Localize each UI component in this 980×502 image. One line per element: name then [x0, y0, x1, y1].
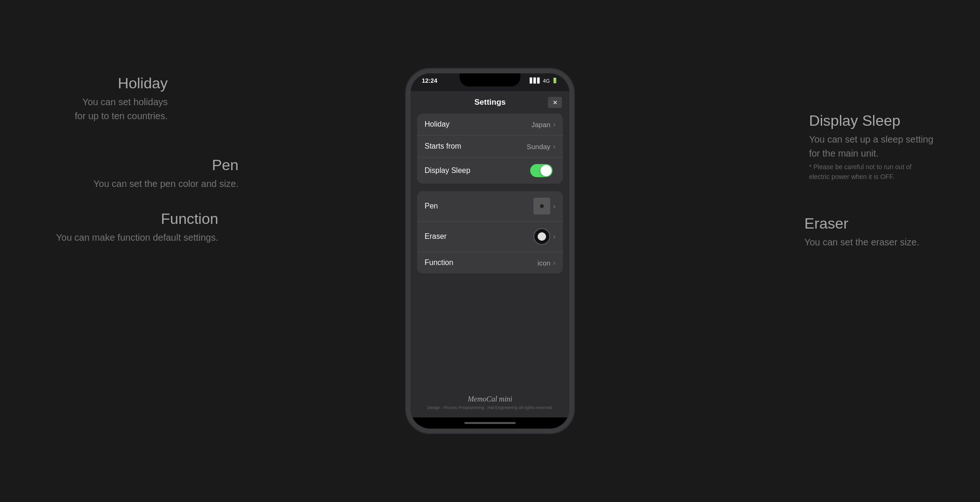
- function-chevron-icon: ›: [553, 259, 555, 266]
- starts-from-value: Sunday: [526, 143, 550, 151]
- phone-screen: Settings ✕ Holiday Japan › Starts from S…: [411, 91, 569, 417]
- starts-from-chevron-icon: ›: [553, 143, 555, 150]
- toggle-knob: [540, 165, 552, 176]
- function-annotation-title: Function: [56, 210, 218, 228]
- holiday-annotation: Holiday You can set holidays for up to t…: [75, 75, 168, 123]
- display-sleep-annotation-body: You can set up a sleep setting for the m…: [809, 132, 933, 160]
- eraser-label: Eraser: [425, 232, 533, 241]
- settings-header: Settings ✕: [411, 91, 569, 114]
- display-sleep-annotation: Display Sleep You can set up a sleep set…: [809, 112, 933, 182]
- status-bar: 12:24 ▋▋▋ 4G 🔋: [411, 73, 569, 84]
- signal-type: 4G: [543, 78, 550, 84]
- eraser-icon-box: [533, 228, 550, 245]
- phone-footer: MemoCal mini Design : Piusryu Programmin…: [411, 387, 569, 417]
- eraser-annotation-title: Eraser: [804, 215, 919, 232]
- function-annotation-body: You can make function default settings.: [56, 230, 218, 244]
- home-indicator-area: [411, 417, 569, 429]
- pen-chevron-icon: ›: [553, 202, 555, 210]
- display-sleep-toggle[interactable]: [530, 164, 553, 177]
- pen-label: Pen: [425, 202, 533, 210]
- starts-from-row[interactable]: Starts from Sunday ›: [417, 136, 563, 158]
- eraser-chevron-icon: ›: [553, 233, 555, 240]
- phone-mockup: 12:24 ▋▋▋ 4G 🔋 Settings ✕ Holiday Japan …: [406, 69, 574, 433]
- settings-title: Settings: [474, 98, 505, 107]
- eraser-row[interactable]: Eraser ›: [417, 222, 563, 252]
- eraser-annotation: Eraser You can set the eraser size.: [804, 215, 919, 249]
- holiday-annotation-title: Holiday: [75, 75, 168, 92]
- pen-annotation: Pen You can set the pen color and size.: [93, 157, 239, 191]
- settings-content: Holiday Japan › Starts from Sunday › Dis…: [411, 114, 569, 387]
- tools-section: Pen › Eraser › Function: [417, 191, 563, 273]
- display-sleep-annotation-title: Display Sleep: [809, 112, 933, 129]
- pen-icon-box: [533, 198, 550, 215]
- display-sleep-annotation-note: * Please be careful not to run out of el…: [809, 162, 933, 182]
- battery-icon: 🔋: [552, 78, 558, 84]
- pen-row[interactable]: Pen ›: [417, 191, 563, 222]
- status-time: 12:24: [422, 77, 437, 84]
- pen-annotation-title: Pen: [93, 157, 239, 174]
- general-section: Holiday Japan › Starts from Sunday › Dis…: [417, 114, 563, 184]
- home-bar: [464, 422, 516, 424]
- display-sleep-row[interactable]: Display Sleep: [417, 158, 563, 184]
- app-name: MemoCal mini: [418, 395, 562, 403]
- function-value: icon: [538, 259, 551, 267]
- eraser-dot: [538, 232, 546, 241]
- close-button[interactable]: ✕: [548, 97, 562, 108]
- holiday-chevron-icon: ›: [553, 121, 555, 128]
- starts-from-label: Starts from: [425, 142, 526, 151]
- eraser-annotation-body: You can set the eraser size.: [804, 235, 919, 249]
- function-annotation: Function You can make function default s…: [56, 210, 218, 244]
- notch-area: 12:24 ▋▋▋ 4G 🔋: [411, 73, 569, 91]
- pen-annotation-body: You can set the pen color and size.: [93, 177, 239, 191]
- signal-bars-icon: ▋▋▋: [530, 78, 541, 84]
- display-sleep-label: Display Sleep: [425, 166, 530, 175]
- holiday-row[interactable]: Holiday Japan ›: [417, 114, 563, 136]
- holiday-annotation-body: You can set holidays for up to ten count…: [75, 95, 168, 123]
- app-credits: Design : Piusryu Programming : Hal Engin…: [418, 405, 562, 410]
- holiday-label: Holiday: [425, 120, 531, 129]
- status-icons: ▋▋▋ 4G 🔋: [530, 78, 558, 84]
- function-label: Function: [425, 258, 538, 267]
- function-row[interactable]: Function icon ›: [417, 252, 563, 273]
- pen-dot: [540, 204, 544, 208]
- holiday-value: Japan: [531, 121, 550, 129]
